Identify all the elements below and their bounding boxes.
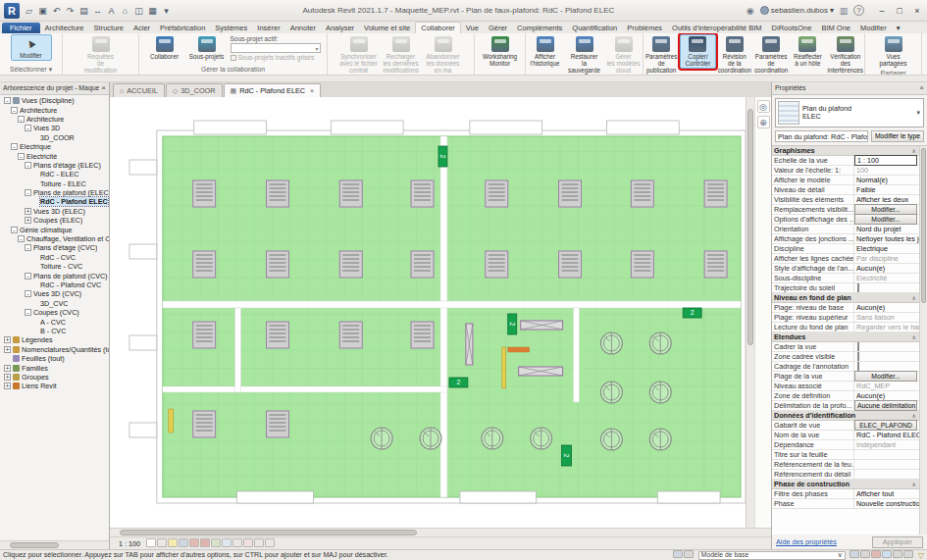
ribbon-tab-modifier[interactable]: Modifier: [855, 23, 892, 33]
collapse-icon[interactable]: -: [18, 116, 25, 123]
close-view-icon[interactable]: ×: [310, 84, 314, 97]
button-param-tres-de-publication[interactable]: Paramètresde publication: [644, 34, 679, 76]
ribbon-tab-annoter[interactable]: Annoter: [285, 23, 321, 33]
drawing-area[interactable]: 22222: [110, 97, 746, 528]
tree-item-vues-3d[interactable]: -Vues 3D: [2, 124, 109, 132]
zoom-button[interactable]: ⊕: [757, 116, 770, 128]
button-sous-projets[interactable]: Sous-projets: [186, 34, 228, 62]
tree-item-coupes-cvc[interactable]: -Coupes (CVC): [2, 308, 109, 317]
collapse-icon[interactable]: -: [11, 227, 18, 233]
checkbox-icon[interactable]: [857, 362, 859, 371]
section-icon[interactable]: ◫: [132, 4, 145, 18]
property-value[interactable]: Electrique: [854, 244, 919, 253]
select-underlay-icon[interactable]: [871, 550, 881, 558]
collapse-icon[interactable]: -: [25, 125, 31, 131]
ribbon-tab-outils-d-interop-rabilit-bim[interactable]: Outils d'interopérabilité BIM: [667, 23, 766, 33]
default-3d-view-icon[interactable]: ⌂: [119, 4, 131, 18]
collapse-icon[interactable]: -: [18, 235, 25, 242]
ribbon-tab-compl-ments[interactable]: Compléments: [512, 23, 567, 33]
ribbon-tab-volume-et-site[interactable]: Volume et site: [359, 23, 415, 33]
section-header-phase-de-construction[interactable]: Phase de construction∧: [772, 480, 919, 489]
property-value[interactable]: [854, 342, 919, 351]
scrollbar-thumb[interactable]: [10, 542, 59, 548]
design-options-select[interactable]: Modèle de base∨: [698, 551, 846, 560]
collapse-icon[interactable]: -: [25, 189, 31, 196]
help-icon[interactable]: ?: [853, 5, 864, 16]
tree-item-3d-cvc[interactable]: 3D_CVC: [2, 299, 109, 308]
button-abandonner-les-donn-es-en-ma-possession[interactable]: Abandonnerles données en ma possession: [423, 34, 464, 76]
section-header-niveau-en-fond-de-plan[interactable]: Niveau en fond de plan∧: [772, 293, 919, 303]
property-button[interactable]: ELEC_PLAFOND: [854, 420, 917, 431]
select-pinned-icon[interactable]: [882, 550, 892, 558]
tree-item-plans-de-plafond-elec[interactable]: -Plans de plafond (ELEC): [2, 188, 109, 197]
canvas-hscrollbar[interactable]: [110, 528, 771, 536]
visual-style-icon[interactable]: [157, 538, 167, 547]
tree-item-nomenclatures-quantit-s-tout[interactable]: +Nomenclatures/Quantités (tout): [2, 345, 109, 354]
tree-item-toiture-cvc[interactable]: Toiture - CVC: [2, 262, 109, 271]
expand-icon[interactable]: +: [25, 208, 31, 215]
scrollbar-thumb[interactable]: [921, 148, 926, 303]
customize-qat-icon[interactable]: ▾: [160, 4, 173, 18]
view-tab-accueil[interactable]: ⌂ACCUEIL: [113, 83, 165, 97]
view-tab-3d-coor[interactable]: ◇3D_COOR: [166, 83, 223, 97]
ribbon-tab-probl-mes[interactable]: Problèmes: [622, 23, 667, 33]
tree-item-coupes-elec[interactable]: +Coupes (ELEC): [2, 216, 109, 225]
collapse-icon[interactable]: -: [25, 273, 31, 280]
tree-item-plans-d-tage-cvc[interactable]: -Plans d'étage (CVC): [2, 243, 109, 252]
property-value[interactable]: RdC - Plafond ELEC: [854, 431, 919, 439]
ribbon-tab-collaborer[interactable]: Collaborer: [415, 22, 461, 33]
tree-item-plans-de-plafond-cvc[interactable]: -Plans de plafond (CVC): [2, 271, 109, 280]
property-value[interactable]: Electricité: [854, 274, 919, 282]
property-value[interactable]: Regarder vers le haut: [854, 323, 919, 331]
ribbon-tab-fichier[interactable]: Fichier: [2, 23, 40, 33]
element-filter-select[interactable]: Plan du plafond: RdC - Plafonc ∨: [775, 130, 868, 142]
tree-item-vues-discipline[interactable]: -Vues (Discipline): [2, 96, 109, 105]
property-value[interactable]: Nouvelle construction: [854, 499, 919, 508]
canvas-vscrollbar[interactable]: [746, 97, 754, 528]
ribbon-tab-acier[interactable]: Acier: [129, 23, 155, 33]
expand-icon[interactable]: +: [4, 336, 11, 343]
button-r-vision-de-la-coordination[interactable]: Révisionde la coordination: [717, 34, 752, 76]
ribbon-tab-[interactable]: ▾: [892, 23, 905, 33]
crop-region-icon[interactable]: [200, 538, 210, 547]
button-vues-partag-es[interactable]: Vuespartagées: [873, 34, 914, 69]
background-processes-icon[interactable]: [850, 550, 859, 558]
design-options-icon[interactable]: [684, 550, 694, 558]
tree-item-rdc-plafond-cvc[interactable]: RdC - Plafond CVC: [2, 280, 109, 289]
button-g-rer-les-mod-les-cloud[interactable]: Gérerles modèles cloud: [604, 34, 643, 76]
ribbon-panel-label[interactable]: [475, 69, 525, 75]
ribbon-tab-vue[interactable]: Vue: [461, 23, 484, 33]
apply-button[interactable]: Appliquer: [872, 536, 923, 548]
tree-item-toiture-elec[interactable]: Toiture - ELEC: [2, 179, 109, 188]
tree-item-electrique[interactable]: -Electrique: [2, 142, 109, 151]
view-scale[interactable]: 1 : 100: [115, 538, 144, 549]
tree-item-l-gendes[interactable]: +Légendes: [2, 335, 109, 344]
button-modifier[interactable]: ▲Modifier: [11, 34, 52, 61]
drag-on-selection-icon[interactable]: [903, 550, 913, 558]
checkbox-icon[interactable]: [857, 283, 859, 292]
collapse-icon[interactable]: -: [11, 143, 18, 150]
button-recharger-les-derni-res-modifications[interactable]: Rechargerles dernières modifications: [381, 34, 422, 76]
tree-item-familles[interactable]: +Familles: [2, 363, 109, 372]
section-header-etendues[interactable]: Etendues∧: [772, 332, 919, 342]
ribbon-panel-label[interactable]: Partager: [865, 69, 921, 75]
property-value[interactable]: Faible: [854, 185, 919, 194]
property-value[interactable]: Par discipline: [854, 254, 919, 263]
analytical-model-icon[interactable]: [254, 538, 264, 547]
button-restaurer-la-sauvegarde[interactable]: Restaurerla sauvegarde: [565, 34, 603, 76]
tree-item-liens-revit[interactable]: +Liens Revit: [2, 382, 109, 390]
tree-item-architecture[interactable]: -Architecture: [2, 105, 109, 114]
gray-inactive-worksets-checkbox[interactable]: Sous-projets inactifs grisés: [231, 54, 321, 61]
property-value[interactable]: Nettoyer toutes les jonct...: [854, 234, 919, 243]
open-file-icon[interactable]: ▱: [23, 4, 35, 18]
collapse-icon[interactable]: ∧: [912, 481, 919, 487]
property-button[interactable]: Modifier...: [854, 214, 917, 225]
tree-item-rdc-cvc[interactable]: RdC - CVC: [2, 253, 109, 262]
property-button[interactable]: Modifier...: [854, 371, 917, 382]
collapse-icon[interactable]: -: [25, 162, 31, 169]
temporary-hide-icon[interactable]: [211, 538, 221, 547]
expand-icon[interactable]: +: [25, 217, 31, 224]
ribbon-panel-label[interactable]: Gérer la collaboration: [139, 65, 327, 75]
ribbon-tab-structure[interactable]: Structure: [89, 23, 129, 33]
crop-view-icon[interactable]: [189, 538, 199, 547]
